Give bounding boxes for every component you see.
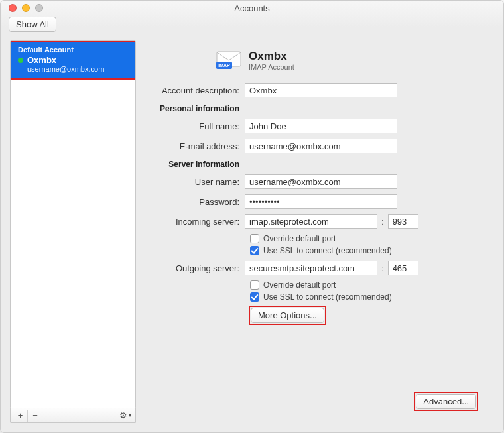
account-form: Account description: Personal informatio…	[145, 83, 482, 325]
section-server-info: Server information	[145, 160, 245, 169]
remove-account-button[interactable]: −	[28, 410, 42, 422]
label-incoming-override-port: Override default port	[263, 234, 336, 243]
traffic-lights	[9, 4, 43, 12]
sidebar-account-email: username@oxmbx.com	[18, 65, 129, 73]
sidebar: Default Account Oxmbx username@oxmbx.com…	[10, 40, 136, 423]
sidebar-item-account[interactable]: Default Account Oxmbx username@oxmbx.com	[10, 40, 136, 80]
account-list[interactable]: Default Account Oxmbx username@oxmbx.com	[10, 40, 136, 408]
label-full-name: Full name:	[145, 121, 245, 131]
titlebar: Accounts	[1, 1, 503, 15]
password-input[interactable]	[245, 194, 397, 209]
incoming-override-port-checkbox[interactable]	[250, 234, 259, 243]
incoming-ssl-checkbox[interactable]	[250, 246, 259, 255]
account-header: IMAP Oxmbx IMAP Account	[216, 50, 482, 71]
incoming-port-separator: :	[377, 217, 388, 227]
account-title: Oxmbx	[249, 50, 294, 63]
accounts-window: Accounts Show All Default Account Oxmbx …	[0, 0, 504, 433]
label-email: E-mail address:	[145, 141, 245, 151]
advanced-button[interactable]: Advanced...	[416, 394, 476, 409]
label-incoming-server: Incoming server:	[145, 217, 245, 227]
mail-imap-icon: IMAP	[216, 50, 242, 70]
label-outgoing-ssl: Use SSL to connect (recommended)	[263, 292, 392, 302]
account-detail-panel: IMAP Oxmbx IMAP Account Account descript…	[143, 40, 494, 423]
label-incoming-ssl: Use SSL to connect (recommended)	[263, 246, 392, 255]
incoming-port-input[interactable]	[388, 214, 418, 229]
toolbar: Show All	[1, 15, 503, 35]
sidebar-footer: + − ⚙︎ ▾	[10, 408, 136, 423]
add-account-button[interactable]: +	[13, 410, 28, 422]
sidebar-gear-menu[interactable]: ⚙︎ ▾	[118, 410, 133, 422]
chevron-down-icon: ▾	[129, 412, 131, 418]
outgoing-override-port-checkbox[interactable]	[250, 280, 259, 290]
label-outgoing-server: Outgoing server:	[145, 263, 245, 273]
label-account-description: Account description:	[145, 86, 245, 95]
incoming-server-input[interactable]	[245, 214, 377, 229]
outgoing-ssl-checkbox[interactable]	[250, 292, 259, 302]
outgoing-server-input[interactable]	[245, 261, 377, 275]
user-name-input[interactable]	[245, 174, 397, 189]
close-icon[interactable]	[9, 4, 17, 12]
minimize-icon[interactable]	[22, 4, 30, 12]
account-description-input[interactable]	[245, 83, 397, 97]
email-input[interactable]	[245, 139, 397, 153]
label-password: Password:	[145, 197, 245, 207]
content-area: Default Account Oxmbx username@oxmbx.com…	[1, 35, 503, 432]
svg-text:IMAP: IMAP	[218, 63, 230, 68]
gear-icon: ⚙︎	[119, 410, 127, 420]
status-dot-icon	[18, 58, 23, 63]
section-personal-info: Personal information	[145, 104, 245, 113]
label-outgoing-override-port: Override default port	[263, 280, 336, 290]
label-user-name: User name:	[145, 177, 245, 187]
more-options-button[interactable]: More Options...	[251, 308, 324, 323]
show-all-button[interactable]: Show All	[9, 17, 56, 32]
zoom-icon[interactable]	[35, 4, 43, 12]
sidebar-account-name: Oxmbx	[27, 55, 56, 65]
window-title: Accounts	[1, 3, 503, 13]
outgoing-port-separator: :	[377, 263, 388, 273]
account-subtitle: IMAP Account	[249, 63, 294, 71]
sidebar-section-header: Default Account	[18, 46, 129, 54]
outgoing-port-input[interactable]	[388, 261, 418, 275]
full-name-input[interactable]	[245, 119, 397, 133]
